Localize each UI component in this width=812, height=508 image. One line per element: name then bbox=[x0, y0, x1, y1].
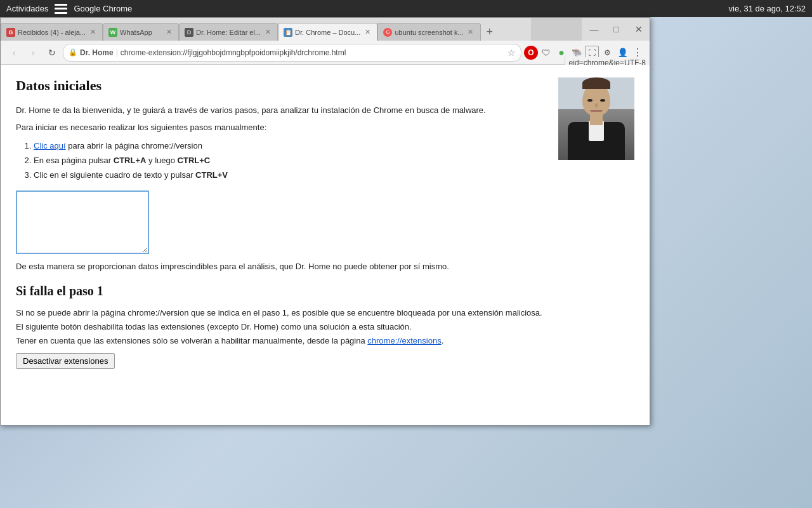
vpn-icon[interactable]: 🛡 bbox=[539, 46, 553, 60]
page-note: De esta manera se proporcionan datos imp… bbox=[16, 262, 546, 271]
section2-line2: El siguiente botón deshabilita todas las… bbox=[16, 320, 546, 334]
tab-whatsapp-label: WhatsApp bbox=[120, 29, 162, 36]
page-header: Datos iniciales Dr. Home te da la bienve… bbox=[16, 77, 634, 369]
apps-grid-icon[interactable] bbox=[55, 4, 67, 14]
window-controls: — □ ✕ bbox=[531, 18, 650, 41]
section2-line3: Tener en cuenta que las extensiones sólo… bbox=[16, 334, 546, 348]
chrome-toolbar: ‹ › ↻ 🔒 Dr. Home | chrome-extension://fj… bbox=[1, 41, 650, 65]
tab-favicon-ubuntu-icon: G bbox=[386, 29, 390, 35]
step-1: Clic aquí para abrir la página chrome://… bbox=[34, 138, 546, 153]
page-intro-line2: Para iniciar es necesario realizar los s… bbox=[16, 121, 546, 135]
page-content: Datos iniciales Dr. Home te da la bienve… bbox=[1, 65, 650, 425]
back-button[interactable]: ‹ bbox=[6, 44, 22, 61]
maximize-button[interactable]: □ bbox=[605, 18, 627, 41]
lock-icon: 🔒 bbox=[69, 48, 77, 57]
chrome-window: G Recibidos (4) - aleja... ✕ W WhatsApp … bbox=[0, 17, 650, 425]
dr-house-image bbox=[558, 77, 634, 160]
tab-recibidos-label: Recibidos (4) - aleja... bbox=[18, 29, 86, 36]
page-main-content: Datos iniciales Dr. Home te da la bienve… bbox=[16, 77, 546, 369]
section2-line3-before: Tener en cuenta que las extensiones sólo… bbox=[16, 336, 367, 345]
tab-favicon-whatsapp-icon: W bbox=[110, 29, 116, 36]
address-bar-divider: | bbox=[116, 48, 118, 57]
chrome-taskbar-label[interactable]: Google Chrome bbox=[74, 4, 132, 13]
tab-dr-chrome-close[interactable]: ✕ bbox=[363, 28, 372, 37]
paste-textarea[interactable] bbox=[16, 190, 149, 254]
tab-favicon-editar-icon: D bbox=[187, 29, 192, 36]
tab-dr-home-editar-close[interactable]: ✕ bbox=[263, 28, 272, 37]
page-steps-list: Clic aquí para abrir la página chrome://… bbox=[34, 138, 546, 183]
reload-button[interactable]: ↻ bbox=[44, 44, 60, 61]
step-3: Clic en el siguiente cuadro de texto y p… bbox=[34, 168, 546, 182]
chrome-extensions-link[interactable]: chrome://extensions bbox=[367, 336, 441, 345]
activities-button[interactable]: Actividades bbox=[6, 4, 48, 13]
tab-recibidos-close[interactable]: ✕ bbox=[88, 28, 97, 37]
chrome-titlebar: G Recibidos (4) - aleja... ✕ W WhatsApp … bbox=[1, 18, 650, 41]
tab-ubuntu-label: ubuntu screenshot k... bbox=[395, 29, 463, 36]
tab-dr-home-editar[interactable]: D Dr. Home: Editar el... ✕ bbox=[179, 23, 278, 41]
os-taskbar: Actividades Google Chrome vie, 31 de ago… bbox=[0, 0, 812, 17]
tab-dr-chrome-label: Dr. Chrome – Docu... bbox=[295, 29, 360, 36]
step-1-text: para abrir la página chrome://version bbox=[66, 141, 202, 150]
section2-title: Si falla el paso 1 bbox=[16, 284, 546, 298]
deactivate-extensions-button[interactable]: Desactivar extensiones bbox=[16, 353, 115, 369]
tab-recibidos[interactable]: G Recibidos (4) - aleja... ✕ bbox=[1, 23, 103, 41]
step-2: En esa página pulsar CTRL+A y luego CTRL… bbox=[34, 153, 546, 168]
section2-body: Si no se puede abrir la página chrome://… bbox=[16, 306, 546, 348]
address-bar[interactable]: 🔒 Dr. Home | chrome-extension://fjlgjgoh… bbox=[63, 44, 521, 62]
section2-line1: Si no se puede abrir la página chrome://… bbox=[16, 306, 546, 320]
page-intro-line1: Dr. Home te da la bienvenida, y te guiar… bbox=[16, 104, 546, 117]
address-tab-name: Dr. Home bbox=[80, 48, 114, 57]
bookmark-star-icon[interactable]: ☆ bbox=[508, 48, 516, 58]
step-2-bold1: CTRL+A bbox=[114, 156, 147, 165]
tab-ubuntu[interactable]: G ubuntu screenshot k... ✕ bbox=[377, 23, 480, 41]
close-button[interactable]: ✕ bbox=[627, 18, 650, 41]
tab-dr-chrome[interactable]: 📋 Dr. Chrome – Docu... ✕ bbox=[278, 23, 377, 41]
section2-line3-after: . bbox=[442, 336, 444, 345]
tab-whatsapp-close[interactable]: ✕ bbox=[164, 28, 173, 37]
tab-favicon-recibidos-icon: G bbox=[8, 29, 13, 36]
step-2-bold2: CTRL+C bbox=[178, 156, 211, 165]
page-title: Datos iniciales bbox=[16, 77, 546, 94]
forward-button[interactable]: › bbox=[25, 44, 41, 61]
tab-dr-home-editar-label: Dr. Home: Editar el... bbox=[196, 29, 261, 36]
tab-favicon-dr-chrome-icon: 📋 bbox=[285, 29, 292, 36]
new-tab-button[interactable]: + bbox=[481, 23, 499, 41]
tab-whatsapp[interactable]: W WhatsApp ✕ bbox=[103, 23, 179, 41]
taskbar-datetime: vie, 31 de ago, 12:52 bbox=[729, 4, 806, 13]
step-1-link[interactable]: Clic aquí bbox=[34, 141, 66, 150]
step-3-bold: CTRL+V bbox=[195, 170, 228, 180]
tab-ubuntu-close[interactable]: ✕ bbox=[466, 28, 475, 37]
address-bar-url: chrome-extension://fjlgjgohbojdmngbpfpoi… bbox=[121, 48, 505, 57]
minimize-button[interactable]: — bbox=[583, 18, 605, 41]
opera-icon[interactable]: O bbox=[524, 46, 538, 60]
